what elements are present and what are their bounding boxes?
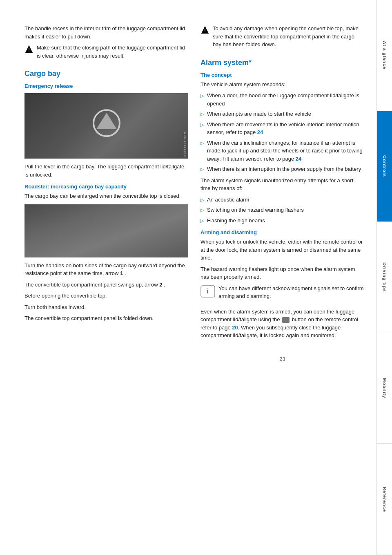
sidebar-tab-reference[interactable]: Reference [377, 444, 392, 555]
page-container: The handle recess in the interior trim o… [0, 0, 392, 555]
image-watermark-1: WBC-14166848 [184, 132, 187, 157]
warning-box-2: ! To avoid any damage when opening the c… [200, 25, 364, 52]
cargo-bay-image-2 [24, 204, 188, 257]
svg-text:i: i [207, 288, 209, 295]
warning-triangle-icon: ! [24, 45, 33, 54]
info-note-text: You can have different acknowledgment si… [218, 284, 364, 300]
signal-3: ▷ Flashing the high beams [200, 217, 364, 225]
warning-triangle-icon-2: ! [200, 25, 209, 34]
bullet-arrow-4: ▷ [200, 140, 205, 147]
bullet-3: ▷ When there are movements in the vehicl… [200, 121, 364, 137]
left-column: The handle recess in the interior trim o… [24, 25, 188, 530]
roadster-caption1: Turn the handles on both sides of the ca… [24, 262, 188, 278]
bullet-arrow-2: ▷ [200, 111, 205, 118]
cargo-bay-title: Cargo bay [24, 69, 188, 78]
concept-subtitle: The concept [200, 72, 364, 78]
svg-text:!: ! [28, 47, 30, 52]
arming-text1: When you lock or unlock the vehicle, eit… [200, 238, 364, 262]
sidebar-tab-at-a-glance[interactable]: At a glance [377, 0, 392, 111]
roadster-title: Roadster: increasing cargo bay capacity [24, 184, 188, 190]
info-note-icon: i [200, 285, 215, 298]
concept-bullets: ▷ When a door, the hood or the luggage c… [200, 92, 364, 173]
sidebar-tab-mobility[interactable]: Mobility [377, 333, 392, 444]
bullet-5: ▷ When there is an interruption in the p… [200, 165, 364, 173]
arming-text3: Even when the alarm system is armed, you… [200, 308, 364, 340]
alarm-system-title: Alarm system* [200, 58, 364, 67]
bullet-arrow-3: ▷ [200, 121, 205, 128]
sidebar-tab-driving-tips[interactable]: Driving tips [377, 222, 392, 333]
bullet-arrow-1: ▷ [200, 92, 205, 99]
warning-text-2: To avoid any damage when opening the con… [213, 25, 364, 49]
signal-1: ▷ An acoustic alarm [200, 196, 364, 204]
page-number: 23 [200, 356, 364, 362]
signals-intro: The alarm system signals unauthorized en… [200, 177, 364, 192]
before-opening: Before opening the convertible top: [24, 292, 188, 300]
warning-box-1: ! Make sure that the closing path of the… [24, 44, 188, 63]
arming-subtitle: Arming and disarming [200, 229, 364, 235]
concept-intro: The vehicle alarm system responds: [200, 81, 364, 89]
info-box: i You can have different acknowledgment … [200, 284, 364, 304]
bullet-1: ▷ When a door, the hood or the luggage c… [200, 92, 364, 107]
svg-text:!: ! [204, 28, 206, 33]
main-content: The handle recess in the interior trim o… [0, 0, 376, 555]
bullet-2: ▷ When attempts are made to start the ve… [200, 110, 364, 118]
signals-bullets: ▷ An acoustic alarm ▷ Switching on the h… [200, 196, 364, 225]
signal-arrow-1: ▷ [200, 197, 205, 204]
bullet-4: ▷ When the car's inclination changes, fo… [200, 139, 364, 163]
signal-arrow-3: ▷ [200, 217, 205, 224]
remote-button-icon [282, 317, 290, 323]
right-column: ! To avoid any damage when opening the c… [200, 25, 364, 530]
cargo-bay-image-1: WBC-14166848 [24, 93, 188, 159]
intro-text: The handle recess in the interior trim o… [24, 25, 188, 40]
warning-text-1: Make sure that the closing path of the l… [37, 44, 188, 60]
signal-2: ▷ Switching on the hazard warning flashe… [200, 206, 364, 214]
step1: Turn both handles inward. [24, 303, 188, 311]
arming-text2: The hazard warning flashers light up onc… [200, 265, 364, 281]
step2: The convertible top compartment panel is… [24, 314, 188, 322]
sidebar: At a glance Controls Driving tips Mobili… [376, 0, 392, 555]
roadster-text1: The cargo bay can be enlarged when the c… [24, 192, 188, 200]
roadster-caption2: The convertible top compartment panel sw… [24, 281, 188, 289]
emergency-release-title: Emergency release [24, 83, 188, 89]
signal-arrow-2: ▷ [200, 207, 205, 214]
sidebar-tab-controls[interactable]: Controls [377, 111, 392, 222]
emergency-release-caption: Pull the lever in the cargo bay. The lug… [24, 163, 188, 179]
bullet-arrow-5: ▷ [200, 166, 205, 173]
